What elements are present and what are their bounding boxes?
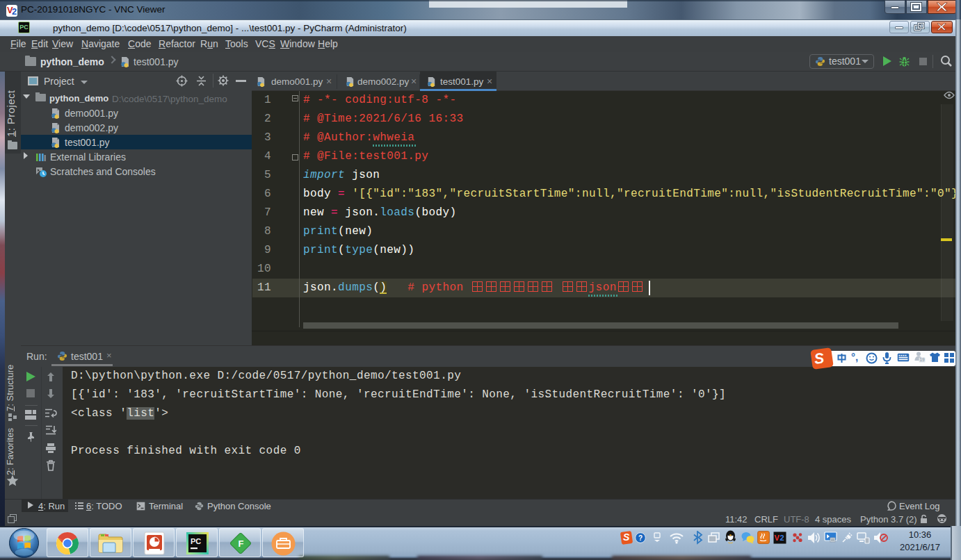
svg-text:F: F [239, 538, 244, 549]
svg-text:19: 19 [920, 357, 926, 362]
svg-text:V: V [775, 534, 780, 542]
svg-text:?: ? [638, 534, 643, 542]
svg-text:PC: PC [191, 537, 201, 545]
svg-text:2: 2 [780, 534, 784, 542]
